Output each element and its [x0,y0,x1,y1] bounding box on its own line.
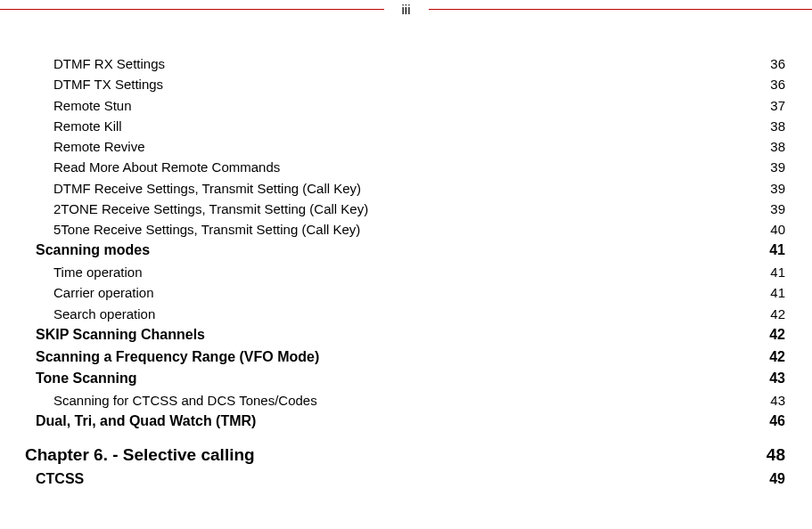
toc-entry-page: 36 [770,74,787,94]
toc-entry-title: DTMF TX Settings [53,74,163,94]
toc-entry-page: 41 [770,262,787,282]
toc-entry-title: Search operation [53,304,155,324]
page-header: iii [0,0,812,18]
toc-entry-title: Tone Scanning [36,368,136,390]
toc-row: Remote Revive38 [25,136,787,157]
toc-entry-page: 36 [770,53,787,74]
toc-entry-title: Remote Revive [53,136,145,157]
toc-row: Read More About Remote Commands39 [25,157,787,177]
toc-entry-title: Scanning a Frequency Range (VFO Mode) [36,346,319,369]
toc-entry-title: Scanning for CTCSS and DCS Tones/Codes [53,390,317,411]
table-of-contents: DTMF RX Settings36DTMF TX Settings36Remo… [0,18,812,490]
toc-entry-title: Read More About Remote Commands [53,157,280,177]
toc-entry-title: Scanning modes [36,240,150,262]
toc-entry-page: 42 [769,324,787,346]
toc-row: Search operation42 [25,304,787,324]
toc-entry-page: 39 [770,199,787,219]
toc-row: Dual, Tri, and Quad Watch (TMR)46 [25,411,787,433]
toc-row: Chapter 6. - Selective calling48 [25,442,787,468]
toc-entry-page: 46 [769,411,787,433]
toc-entry-title: DTMF RX Settings [53,53,165,74]
header-rule-left [0,9,384,10]
toc-row: Tone Scanning43 [25,368,787,390]
toc-entry-title: Dual, Tri, and Quad Watch (TMR) [36,411,256,433]
toc-entry-page: 43 [769,368,787,390]
toc-entry-title: SKIP Scanning Channels [36,324,205,346]
toc-row: Remote Kill38 [25,116,787,136]
toc-entry-page: 38 [770,136,787,157]
toc-row: DTMF TX Settings36 [25,74,787,94]
header-rule-right [429,9,813,10]
toc-row: Scanning a Frequency Range (VFO Mode)42 [25,346,787,369]
toc-entry-title: Time operation [53,262,143,282]
toc-entry-title: Remote Stun [53,95,132,116]
toc-row: Remote Stun37 [25,95,787,116]
toc-entry-title: CTCSS [36,468,84,491]
toc-entry-page: 49 [769,468,787,491]
page-number: iii [400,2,413,17]
toc-entry-page: 40 [770,219,787,240]
toc-entry-title: 2TONE Receive Settings, Transmit Setting… [53,199,368,219]
toc-entry-page: 41 [769,240,787,262]
toc-row: 5Tone Receive Settings, Transmit Setting… [25,219,787,240]
toc-row: Carrier operation41 [25,282,787,303]
toc-row: DTMF RX Settings36 [25,53,787,74]
toc-row: Scanning modes41 [25,240,787,262]
toc-entry-title: DTMF Receive Settings, Transmit Setting … [53,178,361,199]
toc-row: Scanning for CTCSS and DCS Tones/Codes43 [25,390,787,411]
toc-entry-title: 5Tone Receive Settings, Transmit Setting… [53,219,360,240]
toc-entry-page: 48 [767,442,787,468]
toc-entry-page: 39 [770,178,787,199]
toc-row: SKIP Scanning Channels42 [25,324,787,346]
toc-entry-title: Carrier operation [53,282,154,303]
toc-row: DTMF Receive Settings, Transmit Setting … [25,178,787,199]
toc-entry-page: 42 [769,346,787,369]
toc-entry-title: Chapter 6. - Selective calling [25,442,255,468]
toc-entry-page: 43 [770,390,787,411]
toc-entry-page: 41 [770,282,787,303]
toc-entry-page: 42 [770,304,787,324]
toc-row: CTCSS49 [25,468,787,491]
toc-row: Time operation41 [25,262,787,282]
toc-entry-page: 38 [770,116,787,136]
toc-row: 2TONE Receive Settings, Transmit Setting… [25,199,787,219]
toc-entry-page: 39 [770,157,787,177]
toc-entry-title: Remote Kill [53,116,122,136]
toc-entry-page: 37 [770,95,787,116]
